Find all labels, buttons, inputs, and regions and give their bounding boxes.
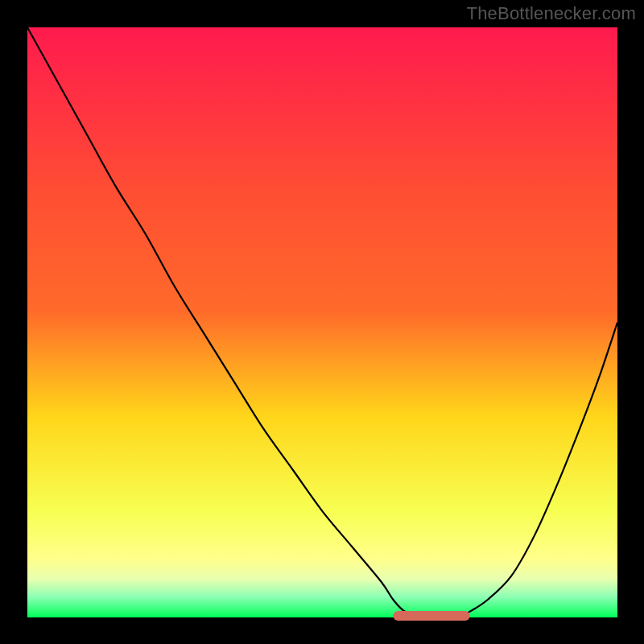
plot-background xyxy=(27,27,617,617)
optimal-zone-marker xyxy=(393,611,469,621)
watermark-text: TheBottlenecker.com xyxy=(467,3,636,24)
chart-container: TheBottlenecker.com xyxy=(0,0,644,644)
bottleneck-chart xyxy=(0,0,644,644)
